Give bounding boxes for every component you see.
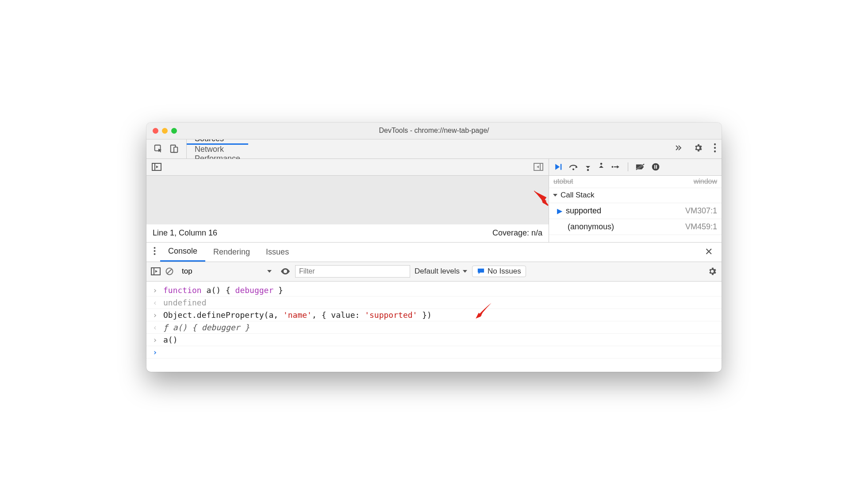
editor-pane: Line 1, Column 16 Coverage: n/a [146,159,549,242]
svg-point-21 [154,253,156,255]
callstack-frame[interactable]: (anonymous)VM459:1 [549,219,722,235]
window-title: DevTools - chrome://new-tab-page/ [146,127,722,135]
console-line: › [146,346,722,359]
device-toolbar-icon[interactable] [169,144,179,154]
console-output: ›function a() { debugger }‹undefined›Obj… [146,282,722,372]
callstack-frame[interactable]: ▶supportedVM307:1 [549,203,722,219]
svg-point-20 [154,250,156,252]
annotation-arrow-icon [474,301,493,320]
devtools-window: DevTools - chrome://new-tab-page/ Elemen… [146,123,722,372]
console-line: ‹ƒ a() { debugger } [146,321,722,334]
frame-name: (anonymous) [568,222,614,232]
input-marker-icon: › [153,335,159,344]
pause-exceptions-icon[interactable] [651,162,660,171]
drawer-menu-icon[interactable] [149,247,160,257]
svg-point-3 [714,143,716,145]
svg-point-4 [714,147,716,149]
console-line: ›a() [146,334,722,346]
debugger-sidebar: utobut window Call Stack ▶supportedVM307… [549,159,722,242]
console-settings-icon[interactable] [707,266,717,276]
console-toolbar: top Default levels No Issues [146,262,722,282]
drawer: ConsoleRenderingIssues ✕ top Default lev… [146,243,722,372]
step-out-icon[interactable] [598,162,605,171]
console-line-content: Object.defineProperty(a, 'name', { value… [163,310,432,320]
console-line: ›Object.defineProperty(a, 'name', { valu… [146,309,722,321]
svg-point-12 [587,169,589,171]
main-tab-strip: ElementsConsoleSourcesNetworkPerformance… [146,139,722,159]
step-icon[interactable] [611,163,621,171]
sources-toolbar [146,159,549,176]
inspect-element-icon[interactable] [154,144,163,154]
tab-network[interactable]: Network [187,145,248,154]
svg-point-26 [284,270,286,272]
svg-point-11 [572,168,574,170]
resume-icon[interactable] [553,162,562,171]
svg-rect-17 [654,165,655,169]
drawer-tab-strip: ConsoleRenderingIssues ✕ [146,243,722,262]
current-frame-arrow-icon: ▶ [557,207,562,215]
issues-chip[interactable]: No Issues [472,266,526,277]
issues-label: No Issues [488,267,521,276]
console-line: ›function a() { debugger } [146,284,722,297]
inspect-tools [146,139,187,158]
execution-context-select[interactable]: top [178,267,276,276]
console-line: ‹undefined [146,297,722,309]
cursor-position: Line 1, Column 16 [153,228,217,238]
output-marker-icon: ‹ [153,323,159,332]
close-drawer-icon[interactable]: ✕ [699,246,719,258]
drawer-tab-rendering[interactable]: Rendering [205,243,258,262]
svg-point-5 [714,151,716,152]
scope-value: window [694,178,717,185]
svg-rect-18 [656,165,657,169]
svg-line-25 [167,269,172,274]
settings-icon[interactable] [688,143,708,154]
clear-console-icon[interactable] [165,267,174,276]
step-into-icon[interactable] [584,162,591,171]
scope-row-partial: utobut window [549,176,722,188]
drawer-tab-console[interactable]: Console [160,243,205,262]
log-levels-label: Default levels [415,267,460,276]
step-over-icon[interactable] [568,162,578,171]
frame-name: supported [566,206,601,216]
dropdown-caret-icon [267,269,272,274]
more-tabs-icon[interactable] [668,143,688,154]
execution-context-value: top [182,267,192,276]
show-console-sidebar-icon[interactable] [151,267,161,275]
disclosure-triangle-icon [553,193,558,198]
scope-label: utobut [553,178,573,185]
prompt-marker-icon: › [153,347,159,357]
svg-rect-2 [174,147,177,152]
svg-point-14 [611,166,613,168]
debugger-toolbar [549,159,722,176]
live-expression-icon[interactable] [280,267,291,275]
dropdown-caret-icon [462,269,468,274]
console-line-content: function a() { debugger } [163,286,283,295]
input-marker-icon: › [153,310,159,320]
coverage-status: Coverage: n/a [492,228,542,238]
output-marker-icon: ‹ [153,298,159,307]
console-line-content: ƒ a() { debugger } [163,323,250,332]
frame-source: VM459:1 [685,222,717,232]
svg-point-19 [154,247,156,249]
titlebar: DevTools - chrome://new-tab-page/ [146,123,722,139]
console-filter-input[interactable] [295,265,410,278]
issues-speech-icon [477,268,485,275]
drawer-tab-issues[interactable]: Issues [258,243,297,262]
deactivate-breakpoints-icon[interactable] [635,163,645,171]
main-menu-icon[interactable] [708,143,722,154]
callstack-label: Call Stack [561,191,595,200]
console-line-content: undefined [163,298,207,307]
input-marker-icon: › [153,286,159,295]
editor-status-bar: Line 1, Column 16 Coverage: n/a [146,224,549,242]
svg-point-13 [600,163,603,165]
callstack-section-header[interactable]: Call Stack [549,188,722,203]
editor-empty-area [146,176,549,224]
svg-rect-10 [561,164,562,170]
console-line-content: a() [163,335,178,344]
show-navigator-icon[interactable] [152,163,161,171]
log-levels-select[interactable]: Default levels [415,267,468,276]
sources-panel: Line 1, Column 16 Coverage: n/a [146,159,722,243]
frame-source: VM307:1 [685,206,717,216]
show-debugger-icon[interactable] [534,163,543,171]
